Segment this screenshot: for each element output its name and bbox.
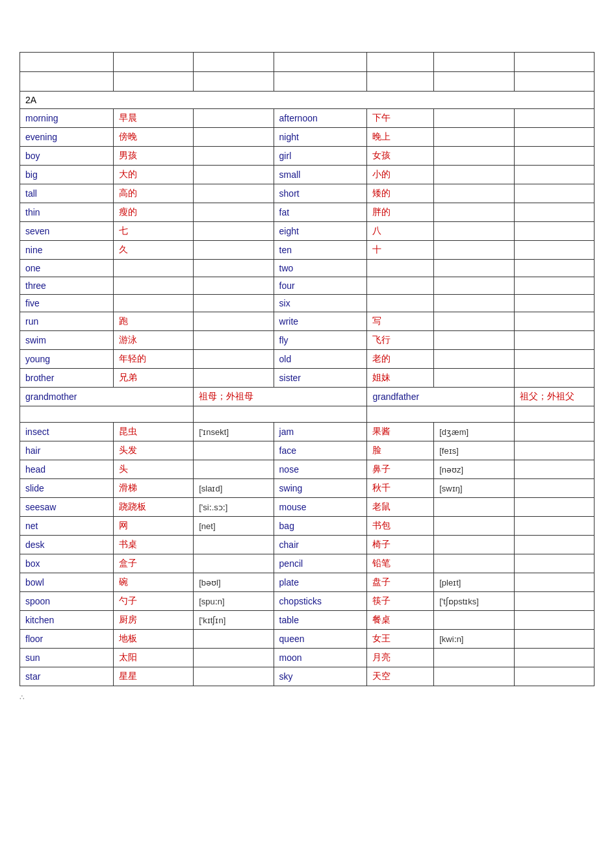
phonetic: ['tʃɒpstɪks] — [439, 597, 479, 606]
en-word: swing — [279, 483, 303, 493]
zh-word: 秋千 — [372, 482, 390, 493]
zh-word: 昆虫 — [119, 426, 137, 436]
phonetic: [kwiːn] — [439, 634, 463, 644]
zh-word: 星星 — [119, 671, 137, 681]
table-row: head 头 nose 鼻子 [nəʊz] — [20, 460, 595, 479]
en-word: small — [279, 169, 301, 180]
zh-word: 头发 — [119, 445, 137, 455]
zh-word: 盒子 — [119, 558, 137, 568]
zh-word: 跷跷板 — [119, 501, 146, 512]
zh-word: 游泳 — [119, 334, 137, 345]
en-word: morning — [25, 113, 58, 123]
zh-word: 写 — [372, 316, 381, 326]
grandfather-en: grandfather — [372, 391, 419, 402]
table-row: spoon 勺子 [spuːn] chopsticks 筷子 ['tʃɒpstɪ… — [20, 592, 595, 611]
table-row: kitchen 厨房 ['kɪtʃɪn] table 餐桌 — [20, 611, 595, 630]
zh-word: 男孩 — [119, 150, 137, 160]
table-row: one two — [20, 260, 595, 277]
phonetic: ['kɪtʃɪn] — [199, 615, 225, 625]
zh-word: 早晨 — [119, 112, 137, 123]
en-word: hair — [25, 445, 40, 456]
zh-word: 厨房 — [119, 614, 137, 625]
zh-word: 脸 — [372, 445, 381, 455]
zh-word: 跑 — [119, 316, 128, 326]
table-row: run 跑 write 写 — [20, 312, 595, 331]
zh-word: 碗 — [119, 577, 128, 587]
zh-word: 八 — [372, 225, 381, 236]
zh-word: 年轻的 — [119, 353, 146, 364]
zh-word: 下午 — [372, 112, 390, 123]
en-word: ten — [279, 245, 292, 255]
grandmother-en: grandmother — [25, 391, 77, 402]
zh-word: 餐桌 — [372, 614, 390, 625]
table-row: young 年轻的 old 老的 — [20, 350, 595, 369]
en-word: chopsticks — [279, 596, 322, 606]
en-word: sky — [279, 671, 293, 682]
en-word: three — [25, 280, 46, 291]
en-word: tall — [25, 188, 37, 199]
en-word: kitchen — [25, 615, 54, 625]
zh-word: 胖的 — [372, 206, 390, 217]
en-word: fat — [279, 207, 290, 217]
en-word: moon — [279, 652, 302, 663]
en-word: boy — [25, 151, 40, 161]
en-word: nine — [25, 245, 42, 255]
table-row: evening 傍晚 night 晚上 — [20, 128, 595, 147]
vocabulary-table: 2A morning 早晨 afternoon 下午 evening 傍晚 ni… — [19, 52, 595, 686]
en-word: thin — [25, 207, 40, 217]
en-word: brother — [25, 373, 54, 383]
top-spacer — [19, 13, 595, 52]
en-word: plate — [279, 577, 299, 588]
phonetic: [dʒæm] — [439, 427, 468, 437]
en-word: insect — [25, 427, 49, 437]
table-row: net 网 [net] bag 书包 — [20, 517, 595, 536]
en-word: slide — [25, 483, 44, 493]
en-word: big — [25, 169, 38, 180]
table-row: seven 七 eight 八 — [20, 222, 595, 241]
en-word: old — [279, 354, 292, 364]
table-row: bowl 碗 [bəʊl] plate 盘子 [pleɪt] — [20, 573, 595, 592]
en-word: pencil — [279, 558, 303, 569]
zh-word: 太阳 — [119, 652, 137, 662]
en-word: six — [279, 298, 290, 308]
section-label-row: 2A — [20, 92, 595, 109]
zh-word: 椅子 — [372, 539, 390, 549]
en-word: young — [25, 354, 50, 364]
zh-word: 傍晚 — [119, 131, 137, 142]
en-word: girl — [279, 151, 292, 161]
header-row-1 — [20, 53, 595, 72]
table-row: box 盒子 pencil 铅笔 — [20, 554, 595, 573]
en-word: two — [279, 263, 294, 273]
zh-word: 筷子 — [372, 595, 390, 606]
zh-word: 兄弟 — [119, 372, 137, 382]
en-word: seven — [25, 226, 49, 236]
zh-word: 地板 — [119, 633, 137, 643]
en-word: floor — [25, 634, 43, 644]
zh-word: 盘子 — [372, 577, 390, 587]
table-row: nine 久 ten 十 — [20, 241, 595, 260]
spacer-row — [20, 406, 595, 423]
zh-word: 晚上 — [372, 131, 390, 142]
en-word: fly — [279, 335, 288, 345]
zh-word: 网 — [119, 520, 128, 530]
en-word: swim — [25, 335, 46, 345]
en-word: net — [25, 521, 38, 531]
zh-word: 十 — [372, 244, 381, 254]
en-word: sun — [25, 652, 40, 663]
zh-word: 书桌 — [119, 539, 137, 549]
en-word: nose — [279, 464, 299, 475]
zh-word: 女孩 — [372, 150, 390, 160]
zh-word: 七 — [119, 225, 128, 236]
phonetic: [net] — [199, 521, 215, 531]
page-container: 2A morning 早晨 afternoon 下午 evening 傍晚 ni… — [19, 13, 595, 702]
section-label: 2A — [25, 95, 36, 105]
table-row: slide 滑梯 [slaɪd] swing 秋千 [swɪŋ] — [20, 479, 595, 498]
grandmother-row: grandmother 祖母；外祖母 grandfather 祖父；外祖父 — [20, 388, 595, 406]
table-row: brother 兄弟 sister 姐妹 — [20, 369, 595, 388]
zh-word: 老鼠 — [372, 501, 390, 512]
table-row: floor 地板 queen 女王 [kwiːn] — [20, 630, 595, 649]
table-row: insect 昆虫 ['ɪnsekt] jam 果酱 [dʒæm] — [20, 423, 595, 441]
en-word: seesaw — [25, 502, 56, 512]
en-word: chair — [279, 539, 299, 550]
table-row: hair 头发 face 脸 [feɪs] — [20, 441, 595, 460]
